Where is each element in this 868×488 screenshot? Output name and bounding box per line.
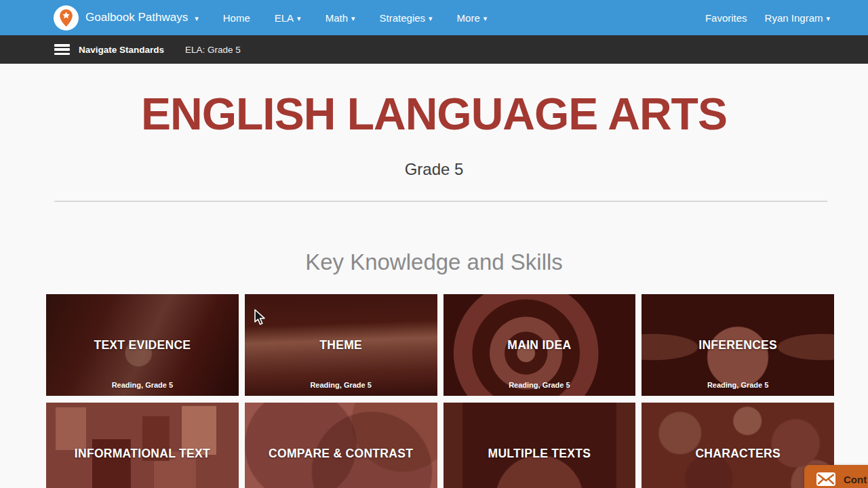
nav-item-strategies[interactable]: Strategies ▾	[380, 12, 433, 24]
nav-item-label: Math	[326, 12, 348, 24]
nav-item-label: ELA	[275, 12, 294, 24]
brand-label: Goalbook Pathways	[85, 11, 188, 24]
card-subtitle: Reading, Grade 5	[443, 381, 636, 389]
skill-card-multiple-texts[interactable]: MULTIPLE TEXTS	[443, 403, 636, 488]
envelope-icon	[816, 472, 836, 488]
card-title: TEXT EVIDENCE	[46, 338, 239, 352]
nav-item-home[interactable]: Home	[223, 12, 250, 24]
page-title: ENGLISH LANGUAGE ARTS	[0, 88, 868, 140]
card-title: COMPARE & CONTRAST	[245, 447, 437, 461]
mouse-cursor	[254, 309, 266, 327]
nav-item-more[interactable]: More ▾	[457, 12, 488, 24]
caret-down-icon: ▾	[195, 15, 199, 22]
card-subtitle: Reading, Grade 5	[642, 381, 834, 389]
standards-toolbar: Navigate Standards ELA: Grade 5	[0, 35, 868, 64]
card-title: THEME	[245, 338, 437, 352]
caret-down-icon: ▾	[429, 15, 433, 22]
secondary-nav: Favorites Ryan Ingram ▾	[705, 12, 830, 24]
nav-item-label: More	[457, 12, 480, 24]
user-name-label: Ryan Ingram	[765, 12, 823, 24]
nav-item-label: Strategies	[380, 12, 426, 24]
nav-item-math[interactable]: Math ▾	[326, 12, 355, 24]
card-subtitle: Reading, Grade 5	[245, 381, 437, 389]
nav-item-ela[interactable]: ELA ▾	[275, 12, 301, 24]
top-navbar: Goalbook Pathways ▾ Home ELA ▾ Math ▾ St…	[0, 0, 868, 35]
skill-card-main-idea[interactable]: MAIN IDEA Reading, Grade 5	[443, 294, 636, 396]
card-title: MAIN IDEA	[443, 338, 636, 352]
contact-label: Cont	[844, 472, 867, 485]
skill-card-text-evidence[interactable]: TEXT EVIDENCE Reading, Grade 5	[46, 294, 239, 396]
skill-card-compare-contrast[interactable]: COMPARE & CONTRAST	[245, 403, 437, 488]
current-context-label: ELA: Grade 5	[185, 45, 241, 55]
card-title: INFORMATIONAL TEXT	[46, 447, 239, 461]
brand-menu[interactable]: Goalbook Pathways ▾	[54, 5, 199, 30]
card-subtitle: Reading, Grade 5	[46, 381, 239, 389]
skill-card-theme[interactable]: THEME Reading, Grade 5	[245, 294, 437, 396]
nav-item-label: Home	[223, 12, 250, 24]
goalbook-logo-icon	[54, 5, 79, 30]
nav-item-favorites[interactable]: Favorites	[705, 12, 747, 24]
skills-grid: TEXT EVIDENCE Reading, Grade 5 THEME Rea…	[46, 294, 834, 488]
user-menu[interactable]: Ryan Ingram ▾	[765, 12, 830, 24]
caret-down-icon: ▾	[351, 15, 355, 22]
primary-nav: Home ELA ▾ Math ▾ Strategies ▾ More ▾	[223, 12, 488, 24]
caret-down-icon: ▾	[826, 15, 830, 22]
caret-down-icon: ▾	[297, 15, 301, 22]
card-title: MULTIPLE TEXTS	[443, 447, 636, 461]
skill-card-informational-text[interactable]: INFORMATIONAL TEXT	[46, 403, 239, 488]
divider	[54, 201, 827, 202]
caret-down-icon: ▾	[484, 15, 488, 22]
card-title: CHARACTERS	[642, 447, 834, 461]
navigate-standards-label[interactable]: Navigate Standards	[79, 45, 164, 55]
page-subtitle: Grade 5	[0, 160, 868, 179]
menu-icon[interactable]	[54, 44, 70, 55]
nav-item-label: Favorites	[705, 12, 747, 24]
card-title: INFERENCES	[642, 338, 834, 352]
contact-button[interactable]: Cont	[804, 465, 868, 488]
section-heading: Key Knowledge and Skills	[0, 249, 868, 275]
skill-card-inferences[interactable]: INFERENCES Reading, Grade 5	[642, 294, 834, 396]
